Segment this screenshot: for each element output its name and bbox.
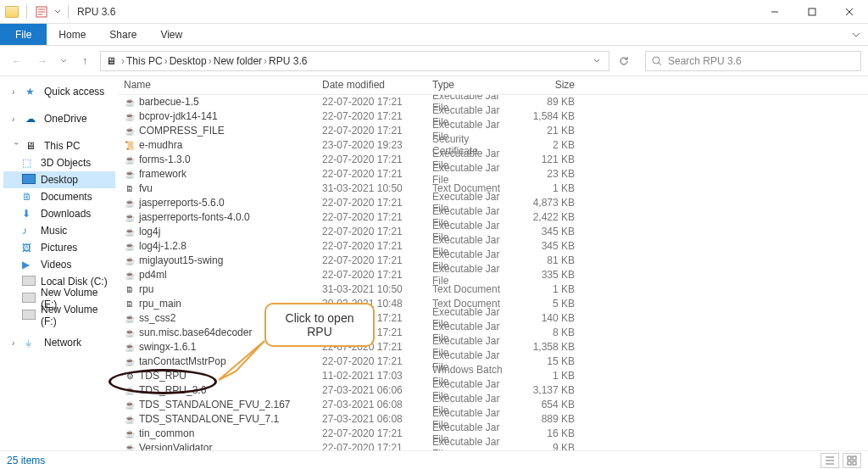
breadcrumb[interactable]: › This PC › Desktop › New folder › RPU 3…: [100, 51, 609, 71]
file-date: 22-07-2020 17:21: [317, 269, 427, 281]
tab-view[interactable]: View: [148, 24, 194, 45]
separator: [68, 5, 69, 19]
nav-item-label: Desktop: [41, 174, 78, 186]
chevron-right-icon[interactable]: ›: [264, 55, 267, 67]
view-large-icons-button[interactable]: [843, 453, 861, 468]
file-icon: [124, 442, 136, 450]
breadcrumb-segment[interactable]: RPU 3.6: [269, 55, 307, 67]
nav-tree-item[interactable]: Documents: [3, 188, 115, 205]
column-header-name[interactable]: Name: [119, 79, 317, 91]
chevron-down-icon[interactable]: ›: [12, 142, 21, 150]
nav-label: OneDrive: [44, 113, 87, 125]
file-row[interactable]: rpu31-03-2021 10:50Text Document1 KB: [119, 282, 868, 297]
tab-share[interactable]: Share: [97, 24, 148, 45]
chevron-right-icon[interactable]: ›: [12, 87, 20, 97]
file-name: VersionValidator: [139, 442, 213, 450]
breadcrumb-segment[interactable]: New folder: [214, 55, 262, 67]
status-bar: 25 items: [0, 450, 868, 469]
file-date: 22-07-2020 17:21: [317, 226, 427, 237]
svg-rect-3: [848, 456, 851, 460]
file-icon: [124, 269, 136, 281]
file-icon: [124, 427, 136, 439]
callout-tail: [212, 339, 280, 390]
nav-item-icon: [22, 242, 36, 254]
file-size: 140 KB: [520, 312, 580, 324]
file-date: 31-03-2021 10:50: [317, 182, 427, 194]
file-size: 889 KB: [520, 413, 580, 425]
svg-point-2: [653, 57, 659, 64]
file-date: 22-07-2020 17:21: [317, 154, 427, 165]
file-rows: barbecue-1.522-07-2020 17:21Executable J…: [119, 95, 868, 450]
tab-home[interactable]: Home: [47, 24, 97, 45]
nav-item-label: Videos: [41, 259, 71, 271]
file-size: 89 KB: [520, 96, 580, 108]
nav-item-label: Music: [41, 225, 67, 237]
file-type: Text Document: [427, 283, 520, 295]
file-name: TDS_STANDALONE_FVU_7.1: [139, 413, 279, 425]
address-dropdown-icon[interactable]: [590, 58, 604, 64]
nav-tree-item[interactable]: Desktop: [3, 171, 115, 188]
column-header-type[interactable]: Type: [427, 79, 520, 91]
file-icon: [124, 327, 136, 338]
qat-dropdown-icon[interactable]: [53, 3, 63, 21]
file-icon: [124, 139, 136, 151]
file-name: rpu_main: [139, 298, 181, 310]
file-date: 27-03-2021 06:08: [317, 399, 427, 410]
nav-tree-item[interactable]: Videos: [3, 256, 115, 273]
breadcrumb-segment[interactable]: Desktop: [170, 55, 207, 67]
nav-quick-access[interactable]: › Quick access: [3, 83, 115, 100]
file-icon: [124, 125, 136, 137]
file-size: 1 KB: [520, 370, 580, 382]
nav-tree-item[interactable]: 3D Objects: [3, 154, 115, 171]
chevron-right-icon[interactable]: ›: [209, 55, 212, 67]
back-button[interactable]: ←: [7, 51, 27, 71]
nav-item-icon: [22, 191, 36, 203]
search-box[interactable]: Search RPU 3.6: [645, 51, 861, 71]
nav-label: Quick access: [44, 86, 104, 98]
nav-item-label: Downloads: [41, 208, 91, 220]
svg-rect-6: [853, 461, 856, 465]
nav-item-icon: [22, 208, 36, 220]
chevron-right-icon[interactable]: ›: [12, 338, 20, 348]
refresh-button[interactable]: [615, 52, 633, 70]
up-button[interactable]: ↑: [75, 51, 95, 71]
file-size: 1,358 KB: [520, 341, 580, 353]
file-row[interactable]: VersionValidator22-07-2020 17:21Executab…: [119, 441, 868, 450]
nav-item-icon: [22, 310, 36, 321]
recent-locations-button[interactable]: [58, 51, 70, 71]
chevron-right-icon[interactable]: ›: [121, 55, 125, 67]
minimize-button[interactable]: [756, 0, 793, 24]
forward-button[interactable]: →: [32, 51, 53, 71]
file-name: barbecue-1.5: [139, 96, 199, 108]
close-button[interactable]: [831, 0, 868, 24]
view-details-button[interactable]: [821, 453, 839, 468]
file-size: 5 KB: [520, 298, 580, 310]
nav-tree-item[interactable]: Music: [3, 222, 115, 239]
chevron-right-icon[interactable]: ›: [12, 114, 20, 124]
column-header-date[interactable]: Date modified: [317, 79, 427, 91]
maximize-button[interactable]: [793, 0, 831, 24]
nav-tree-item[interactable]: Downloads: [3, 205, 115, 222]
nav-item-label: Documents: [41, 191, 92, 203]
nav-tree-item[interactable]: New Volume (F:): [3, 307, 115, 324]
file-size: 1,584 KB: [520, 110, 580, 122]
file-row[interactable]: framework22-07-2020 17:21Executable Jar …: [119, 167, 868, 181]
nav-onedrive[interactable]: › OneDrive: [3, 110, 115, 127]
ribbon-expand-icon[interactable]: [844, 24, 868, 45]
tab-file[interactable]: File: [0, 24, 47, 45]
nav-network[interactable]: › Network: [3, 334, 115, 351]
nav-tree-item[interactable]: Pictures: [3, 239, 115, 256]
column-header-size[interactable]: Size: [520, 79, 580, 91]
file-date: 22-07-2020 17:21: [317, 110, 427, 122]
file-icon: [124, 341, 136, 353]
file-size: 9 KB: [520, 442, 580, 450]
file-icon: [124, 168, 136, 180]
file-name: tin_common: [139, 427, 194, 439]
file-name: miglayout15-swing: [139, 254, 223, 266]
annotation-callout: Click to open RPU: [264, 303, 375, 347]
properties-icon[interactable]: [32, 3, 51, 21]
chevron-right-icon[interactable]: ›: [164, 55, 168, 67]
file-row[interactable]: pd4ml22-07-2020 17:21Executable Jar File…: [119, 268, 868, 282]
nav-this-pc[interactable]: › This PC: [3, 137, 115, 154]
breadcrumb-segment[interactable]: This PC: [126, 55, 163, 67]
